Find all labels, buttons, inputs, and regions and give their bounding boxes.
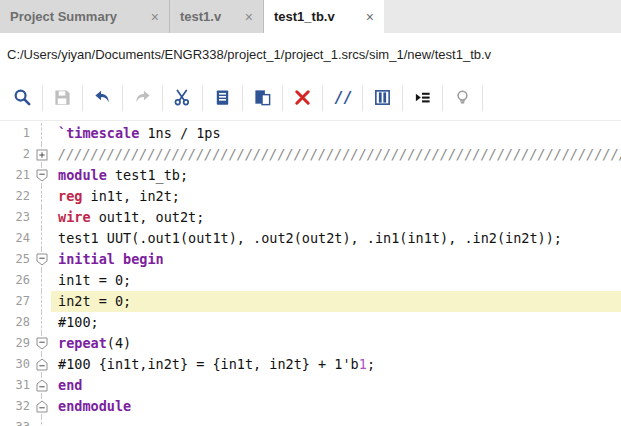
close-icon[interactable]: × [245, 10, 253, 24]
token-plain: test1_tb; [107, 167, 188, 183]
code-line[interactable]: 26in1t = 0; [0, 270, 621, 291]
tab-label: Project Summary [10, 9, 117, 24]
fold-collapse-icon[interactable] [33, 354, 51, 375]
search-button[interactable] [3, 82, 42, 114]
close-icon[interactable]: × [151, 10, 159, 24]
token-plain: in2t = 0; [58, 293, 131, 309]
line-number: 30 [0, 354, 33, 375]
undo-button[interactable] [83, 82, 122, 114]
code-line[interactable]: 33 [0, 417, 621, 426]
line-number: 23 [0, 207, 33, 228]
save-icon [53, 88, 72, 107]
copy-button[interactable] [203, 82, 242, 114]
fold-expand-icon[interactable] [33, 144, 51, 165]
redo-button[interactable] [123, 82, 162, 114]
cut-icon [173, 88, 192, 107]
columns-button[interactable] [363, 82, 402, 114]
paste-icon [253, 88, 272, 107]
token-plain: out1t, out2t; [91, 209, 205, 225]
save-button[interactable] [43, 82, 82, 114]
toggle-comment-icon: // [333, 88, 353, 107]
file-path: C:/Users/yiyan/Documents/ENGR338/project… [7, 47, 491, 62]
code-line[interactable]: 2///////////////////////////////////////… [0, 144, 621, 165]
token-keyword: initial begin [58, 251, 164, 267]
line-number: 22 [0, 186, 33, 207]
token-comment: ////////////////////////////////////////… [58, 146, 621, 162]
code-text: module test1_tb; [51, 165, 621, 186]
line-number: 28 [0, 312, 33, 333]
code-line[interactable]: 31end [0, 375, 621, 396]
line-number: 24 [0, 228, 33, 249]
code-text: reg in1t, in2t; [51, 186, 621, 207]
token-keyword: repeat [58, 335, 107, 351]
fold-guide [33, 207, 51, 228]
code-text: test1 UUT(.out1(out1t), .out2(out2t), .i… [51, 228, 621, 249]
line-number: 33 [0, 417, 33, 426]
line-number: 26 [0, 270, 33, 291]
redo-icon [133, 88, 152, 107]
tab-project-summary[interactable]: Project Summary × [0, 0, 170, 33]
indent-button[interactable] [403, 82, 442, 114]
lightbulb-icon [453, 88, 472, 107]
copy-icon [213, 88, 232, 107]
token-type: reg [58, 188, 82, 204]
fold-guide [33, 228, 51, 249]
tab-bar: Project Summary × test1.v × test1_tb.v × [0, 0, 621, 33]
fold-collapse-icon[interactable] [33, 333, 51, 354]
code-line[interactable]: 21module test1_tb; [0, 165, 621, 186]
close-icon[interactable]: × [366, 10, 374, 24]
fold-guide [33, 312, 51, 333]
fold-collapse-icon[interactable] [33, 396, 51, 417]
line-number: 31 [0, 375, 33, 396]
code-line[interactable]: 28#100; [0, 312, 621, 333]
lightbulb-button[interactable] [443, 82, 482, 114]
code-line[interactable]: 27in2t = 0; [0, 291, 621, 312]
toggle-comment-button[interactable]: // [323, 82, 362, 114]
token-keyword: module [58, 167, 107, 183]
svg-text://: // [334, 89, 352, 107]
toolbar-separator [482, 85, 483, 111]
code-line[interactable]: 1`timescale 1ns / 1ps [0, 123, 621, 144]
line-number: 29 [0, 333, 33, 354]
code-line[interactable]: 30#100 {in1t,in2t} = {in1t, in2t} + 1'b1… [0, 354, 621, 375]
token-keyword: endmodule [58, 398, 131, 414]
fold-guide [33, 417, 51, 426]
code-line[interactable]: 25initial begin [0, 249, 621, 270]
cut-button[interactable] [163, 82, 202, 114]
token-plain: in1t, in2t; [82, 188, 180, 204]
token-type: wire [58, 209, 91, 225]
token-plain: (4) [107, 335, 131, 351]
fold-collapse-icon[interactable] [33, 165, 51, 186]
tab-test1-v[interactable]: test1.v × [170, 0, 264, 33]
code-editor-window: Project Summary × test1.v × test1_tb.v ×… [0, 0, 621, 426]
delete-icon [293, 88, 312, 107]
fold-collapse-icon[interactable] [33, 249, 51, 270]
code-line[interactable]: 32endmodule [0, 396, 621, 417]
line-number: 2 [0, 144, 33, 165]
tab-label: test1_tb.v [274, 9, 335, 24]
token-plain: 1ns / 1ps [139, 125, 220, 141]
line-number: 32 [0, 396, 33, 417]
token-plain: test1 UUT(.out1(out1t), .out2(out2t), .i… [58, 230, 562, 246]
code-text: in1t = 0; [51, 270, 621, 291]
line-number: 21 [0, 165, 33, 186]
fold-collapse-icon[interactable] [33, 375, 51, 396]
code-text: `timescale 1ns / 1ps [51, 123, 621, 144]
code-text: repeat(4) [51, 333, 621, 354]
fold-guide [33, 186, 51, 207]
fold-guide [33, 123, 51, 144]
code-line[interactable]: 24test1 UUT(.out1(out1t), .out2(out2t), … [0, 228, 621, 249]
fold-guide [33, 291, 51, 312]
line-number: 1 [0, 123, 33, 144]
code-line[interactable]: 22reg in1t, in2t; [0, 186, 621, 207]
code-text: endmodule [51, 396, 621, 417]
columns-icon [373, 88, 392, 107]
token-keyword: `timescale [58, 125, 139, 141]
delete-button[interactable] [283, 82, 322, 114]
code-line[interactable]: 23wire out1t, out2t; [0, 207, 621, 228]
paste-button[interactable] [243, 82, 282, 114]
code-line[interactable]: 29repeat(4) [0, 333, 621, 354]
code-area[interactable]: 1`timescale 1ns / 1ps2//////////////////… [0, 121, 621, 426]
file-path-bar: C:/Users/yiyan/Documents/ENGR338/project… [0, 33, 621, 75]
tab-test1-tb-v[interactable]: test1_tb.v × [264, 0, 384, 33]
